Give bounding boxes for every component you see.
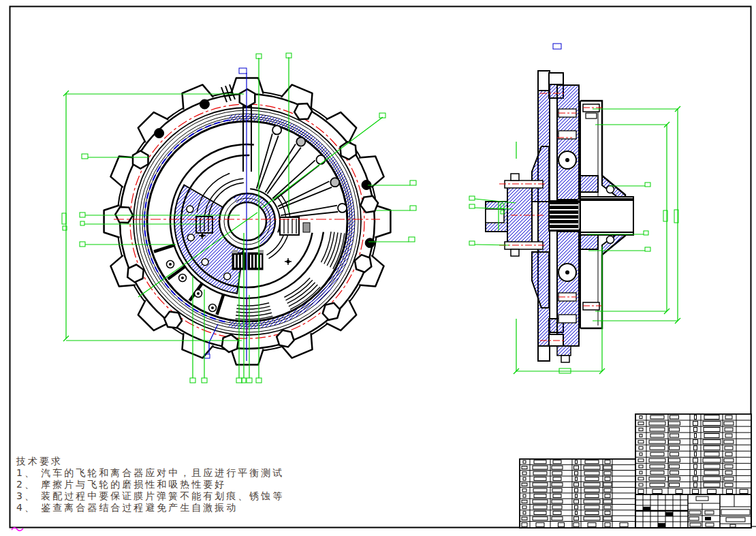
crank-hub: [507, 184, 532, 249]
clutch-disc-column: [557, 232, 579, 346]
title-filled-cell: [643, 507, 650, 511]
finger-knob: [317, 155, 326, 164]
greeked-dimension-text: [645, 247, 650, 251]
cushion-spring-window: [558, 315, 576, 323]
rivet-center: [197, 292, 200, 295]
spring-finger-edge: [267, 148, 300, 194]
cover-bolt-hex: [240, 89, 255, 107]
spring-finger-edge: [278, 181, 330, 206]
gear-tooth: [138, 112, 168, 142]
greeked-dimension-text: [242, 378, 246, 383]
ring-gear-tooth-section: [538, 71, 550, 91]
hub-bolt: [505, 180, 543, 188]
drawing-sheet: 技术要求 1、 汽车的飞轮和离合器应对中，且应进行平衡测试 2、 摩擦片与飞轮的…: [0, 0, 756, 536]
parts-list-and-title-block: [520, 414, 751, 528]
spring-finger-edge: [266, 144, 296, 192]
clutch-disc-column: [557, 85, 579, 200]
flywheel-upper-web: [532, 146, 549, 202]
release-bearing: [580, 176, 598, 192]
hub-bolt-head: [511, 174, 519, 180]
damper-gray-pad: [303, 223, 310, 232]
greeked-dimension-text: [202, 378, 207, 383]
greeked-dimension-text: [469, 204, 475, 208]
finger-knob: [296, 138, 305, 146]
title-filled-cell: [705, 517, 711, 520]
cover-bolt-hex: [222, 334, 238, 352]
greeked-dimension-text: [247, 378, 252, 383]
damper-dot: [565, 270, 569, 274]
ring-gear-tooth-section: [538, 346, 550, 361]
leader-line: [475, 245, 509, 245]
tech-requirement-item: 2、 摩擦片与飞轮的磨损性和吸热性要好: [16, 479, 316, 490]
greeked-dimension-text: [409, 237, 415, 242]
gear-tooth: [138, 300, 168, 330]
lower-block: [561, 356, 569, 362]
greeked-dimension-text: [256, 54, 262, 59]
flange-bearing: [607, 186, 614, 193]
cover-bolt-hex: [294, 104, 312, 119]
gear-tooth: [326, 112, 356, 142]
greeked-dimension-text: [256, 378, 262, 383]
sector-rivet-hole: [187, 206, 193, 212]
rivet-center: [211, 306, 214, 309]
greeked-dimension-text: [80, 242, 85, 247]
greeked-dimension-text: [644, 231, 648, 235]
greeked-dimension-text: [80, 212, 85, 217]
flange-rivet-bolt: [365, 238, 375, 248]
flange-bearing: [607, 236, 614, 244]
cover-bolt: [586, 113, 597, 119]
rivet-center: [181, 277, 184, 279]
title-filled-cell: [665, 512, 673, 516]
front-view: [104, 68, 391, 364]
greeked-text: [62, 213, 66, 224]
greeked-dimension-text: [410, 206, 416, 210]
cover-bolt-hex: [127, 265, 144, 283]
hub-bore-circle: [228, 202, 266, 240]
cover-spoke: [217, 294, 224, 315]
input-shaft: [580, 197, 633, 235]
rivet-center: [169, 263, 172, 266]
spring-finger-edge: [259, 136, 279, 189]
hub-bore: [486, 209, 504, 223]
greeked-note-blue: [553, 44, 561, 49]
vent-slot-arc: [236, 309, 271, 313]
cover-bolt-hex: [323, 303, 340, 320]
greeked-note-blue: [239, 68, 247, 74]
tech-requirement-item: 1、 汽车的飞轮和离合器应对中，且应进行平衡测试: [16, 467, 316, 479]
greeked-dimension-text: [190, 378, 195, 383]
tech-requirements-title: 技术要求: [16, 456, 316, 467]
greeked-dimension-text: [236, 378, 242, 383]
lower-hatch-block: [557, 346, 571, 356]
vent-slot-arc: [286, 280, 313, 300]
vent-slot-arc: [237, 303, 269, 306]
technical-requirements: 技术要求 1、 汽车的飞轮和离合器应对中，且应进行平衡测试 2、 摩擦片与飞轮的…: [16, 456, 316, 514]
cover-bolt-hex: [355, 255, 371, 272]
hub-bolt: [505, 242, 543, 249]
flywheel-top-cap: [549, 73, 563, 84]
vent-slot-arc: [236, 306, 270, 309]
vent-slot-arc: [324, 232, 334, 264]
flange-rivet-bolt: [200, 99, 209, 109]
greeked-dimension-text: [410, 180, 416, 185]
gear-tooth: [110, 157, 135, 188]
cover-bolt-hex: [341, 142, 357, 159]
side-section-view: [486, 44, 633, 362]
tech-requirement-item: 3、 装配过程中要保证膜片弹簧不能有划痕、锈蚀等: [16, 490, 316, 502]
flywheel-lower-web: [532, 252, 549, 308]
vent-slot-arc: [327, 232, 338, 266]
tech-requirement-item: 4、 鉴查离合器结合过程避免产生自激振动: [16, 502, 316, 514]
greeked-dimension-text: [80, 221, 84, 225]
greeked-dimension-text: [469, 241, 475, 245]
damper-dot: [565, 158, 569, 162]
cover-bolt-hex: [360, 196, 378, 212]
greeked-dimension-text: [645, 183, 650, 187]
cover-spoke: [154, 245, 175, 252]
spring-finger-edge: [272, 160, 315, 198]
finger-knob: [338, 204, 347, 212]
sector-rivet-hole: [224, 273, 231, 280]
sector-rivet-hole: [202, 259, 208, 266]
section-tick: [221, 87, 227, 102]
greeked-dimension-text: [82, 154, 88, 159]
cover-bolt-hex: [164, 312, 182, 328]
title-filled-cell: [658, 523, 665, 527]
